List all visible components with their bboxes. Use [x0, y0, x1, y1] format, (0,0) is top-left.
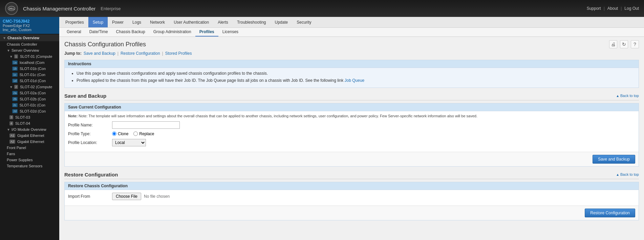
slot-badge: 2a [12, 91, 18, 95]
sidebar-item-fans[interactable]: Fans [0, 151, 59, 157]
sidebar-item-temperature-sensors[interactable]: Temperature Sensors [0, 163, 59, 169]
tab-troubleshooting[interactable]: Troubleshooting [233, 17, 271, 27]
subtab-general[interactable]: General [63, 28, 85, 37]
subtab-chassis-backup[interactable]: Chassis Backup [112, 28, 149, 37]
sidebar-item-chassis-overview[interactable]: ▼ Chassis Overview [0, 34, 59, 41]
profile-name-row: Profile Name: [68, 121, 635, 129]
restore-config-button-row: Restore Configuration [65, 206, 639, 220]
slot-badge: A1 [9, 134, 15, 138]
jump-stored-profiles[interactable]: Stored Profiles [165, 51, 192, 56]
sidebar-label: Server Overview [12, 48, 39, 52]
restore-chassis-config-title: Restore Chassis Configuration [65, 182, 639, 190]
save-current-config-body: Note: Note: The template will save infor… [65, 111, 639, 152]
jump-save-backup[interactable]: Save and Backup [84, 51, 115, 56]
instruction-bullet-2: Profiles applied to the chassis from thi… [77, 78, 634, 83]
tab-network[interactable]: Network [146, 17, 169, 27]
sidebar-item-front-panel[interactable]: Front Panel [0, 145, 59, 151]
device-sub: lmc_e6c, Custom [3, 28, 57, 32]
refresh-button[interactable]: ↻ [620, 40, 628, 48]
sidebar-label: Temperature Sensors [7, 164, 42, 168]
subtab-group-admin[interactable]: Group Administration [149, 28, 195, 37]
sidebar-item-io-module[interactable]: ▼ I/O Module Overview [0, 126, 59, 133]
sidebar-item-a1[interactable]: A1 Gigabit Ethernet [0, 133, 59, 139]
profile-name-input[interactable] [112, 121, 180, 129]
sub-nav: General Date/Time Chassis Backup Group A… [59, 28, 644, 37]
sidebar-item-slot04[interactable]: 4 SLOT-04 [0, 120, 59, 126]
save-current-config-title: Save Current Configuration [65, 103, 639, 111]
save-current-config-box: Save Current Configuration Note: Note: T… [64, 103, 639, 167]
sidebar-item-slot1b[interactable]: 1b SLOT-01b (Con [0, 66, 59, 72]
sidebar-item-slot03[interactable]: 3 SLOT-03 [0, 114, 59, 120]
restore-configuration-button[interactable]: Restore Configuration [585, 209, 635, 217]
support-link[interactable]: Support [587, 6, 601, 11]
radio-clone[interactable] [112, 131, 116, 136]
import-from-label: Import From [68, 194, 112, 199]
sidebar-label: Power Supplies [7, 158, 33, 162]
print-button[interactable]: 🖨 [609, 40, 617, 48]
back-to-top-2[interactable]: ▲ Back to top [616, 172, 639, 176]
sidebar-item-slot1a[interactable]: 1a localhost (Com [0, 59, 59, 66]
collapse-icon: ▼ [9, 55, 13, 58]
sidebar-label: SLOT-02c (Con [20, 103, 45, 107]
slot-badge: 3 [9, 115, 13, 119]
sidebar-item-slot2a[interactable]: 2a SLOT-02a (Con [0, 90, 59, 96]
subtab-profiles[interactable]: Profiles [195, 28, 218, 37]
device-model: PowerEdge FX2 [3, 24, 57, 28]
restore-chassis-config-box: Restore Chassis Configuration Import Fro… [64, 182, 639, 220]
save-backup-title: Save and Backup [64, 93, 106, 99]
tab-user-authentication[interactable]: User Authentication [169, 17, 213, 27]
logout-link[interactable]: Log Out [624, 6, 639, 11]
main-content: Properties Setup Power Logs Network User… [59, 17, 644, 240]
tab-properties[interactable]: Properties [61, 17, 88, 27]
save-and-backup-button[interactable]: Save and Backup [593, 155, 635, 164]
collapse-icon: ▼ [3, 36, 6, 40]
sidebar-item-server-overview[interactable]: ▼ Server Overview [0, 47, 59, 53]
sidebar-item-slot01[interactable]: ▼ 1 SLOT-01 (Compute [0, 53, 59, 59]
profile-type-label: Profile Type: [68, 131, 112, 136]
header: DELL Chassis Management Controller Enter… [0, 0, 644, 17]
device-name: CMC-7S6J942 [3, 19, 57, 24]
collapse-icon: ▼ [7, 49, 10, 52]
subtab-datetime[interactable]: Date/Time [85, 28, 112, 37]
help-button[interactable]: ? [631, 40, 639, 48]
tab-logs[interactable]: Logs [128, 17, 146, 27]
radio-clone-text: Clone [118, 131, 128, 136]
radio-clone-label[interactable]: Clone [112, 131, 128, 136]
sidebar-item-a2[interactable]: A2 Gigabit Ethernet [0, 139, 59, 145]
restore-chassis-config-body: Import From Choose File No file chosen [65, 190, 639, 206]
tab-setup[interactable]: Setup [88, 17, 108, 27]
back-to-top-1[interactable]: ▲ Back to top [616, 94, 639, 98]
sidebar-item-slot1c[interactable]: 1c SLOT-01c (Con [0, 72, 59, 78]
job-queue-link[interactable]: Job Queue [345, 78, 365, 83]
sidebar-item-slot2b[interactable]: 2b SLOT-02b (Con [0, 96, 59, 102]
tab-update[interactable]: Update [271, 17, 293, 27]
choose-file-button[interactable]: Choose File [112, 193, 141, 200]
page-header: Chassis Configuration Profiles 🖨 ↻ ? [64, 40, 639, 48]
profile-location-select[interactable]: Local Remote [112, 139, 146, 146]
sidebar-item-slot02[interactable]: ▼ 2 SLOT-02 (Compute [0, 84, 59, 90]
sidebar-item-chassis-controller[interactable]: Chassis Controller [0, 41, 59, 47]
tab-security[interactable]: Security [292, 17, 316, 27]
page-title: Chassis Configuration Profiles [64, 41, 146, 48]
slot-badge: 2d [12, 109, 18, 113]
restore-config-title: Restore Configuration [64, 172, 118, 177]
about-link[interactable]: About [607, 6, 618, 11]
save-backup-button-row: Save and Backup [65, 152, 639, 166]
tab-power[interactable]: Power [108, 17, 128, 27]
radio-replace[interactable] [133, 131, 138, 136]
radio-replace-label[interactable]: Replace [133, 131, 154, 136]
subtab-licenses[interactable]: Licenses [218, 28, 242, 37]
sidebar-label: SLOT-03 [15, 115, 30, 119]
svg-text:DELL: DELL [9, 7, 15, 10]
sidebar-item-slot2d[interactable]: 2d SLOT-02d (Con [0, 108, 59, 114]
jump-sep-2: | [162, 51, 163, 56]
tab-alerts[interactable]: Alerts [213, 17, 233, 27]
sidebar-item-slot1d[interactable]: 1d SLOT-01d (Con [0, 78, 59, 84]
sidebar-item-power-supplies[interactable]: Power Supplies [0, 157, 59, 163]
collapse-icon: ▼ [7, 128, 10, 131]
jump-to-label: Jump to: [64, 51, 82, 56]
restore-config-header: Restore Configuration ▲ Back to top [64, 172, 639, 179]
sidebar-item-slot2c[interactable]: 2c SLOT-02c (Con [0, 102, 59, 108]
jump-restore-config[interactable]: Restore Configuration [121, 51, 160, 56]
instructions-title: Instructions [65, 60, 639, 68]
